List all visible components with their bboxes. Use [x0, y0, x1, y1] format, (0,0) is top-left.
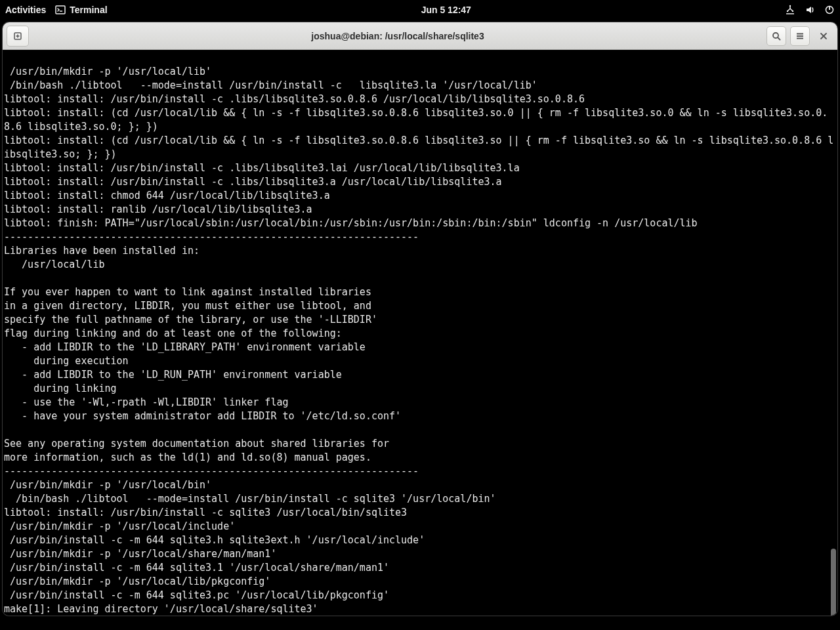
app-menu[interactable]: Terminal — [55, 5, 107, 15]
power-icon — [824, 5, 835, 15]
svg-rect-0 — [56, 6, 65, 14]
close-button[interactable] — [814, 26, 833, 46]
new-tab-button[interactable] — [7, 26, 29, 47]
hamburger-menu-button[interactable] — [790, 26, 810, 46]
svg-point-3 — [789, 5, 791, 7]
volume-icon — [805, 5, 815, 15]
search-button[interactable] — [766, 26, 786, 46]
svg-point-1 — [787, 10, 788, 12]
svg-line-10 — [778, 37, 780, 40]
gnome-topbar: Activities Terminal Jun 5 12:47 — [0, 0, 840, 20]
clock[interactable]: Jun 5 12:47 — [108, 5, 785, 15]
terminal-scrollbar-thumb[interactable] — [831, 549, 836, 616]
network-icon — [785, 5, 795, 15]
terminal-scrollbar[interactable] — [830, 50, 837, 616]
system-status-area[interactable] — [785, 5, 835, 15]
terminal-window: joshua@debian: /usr/local/share/sqlite3 … — [3, 22, 837, 616]
window-title: joshua@debian: /usr/local/share/sqlite3 — [33, 31, 763, 41]
terminal-viewport[interactable]: /usr/bin/mkdir -p '/usr/local/lib' /bin/… — [3, 50, 837, 616]
activities-button[interactable]: Activities — [5, 5, 46, 15]
terminal-icon — [55, 5, 66, 15]
terminal-output: /usr/bin/mkdir -p '/usr/local/lib' /bin/… — [4, 66, 833, 615]
window-titlebar: joshua@debian: /usr/local/share/sqlite3 — [3, 22, 837, 50]
svg-point-2 — [792, 10, 793, 12]
app-menu-label: Terminal — [70, 5, 107, 15]
